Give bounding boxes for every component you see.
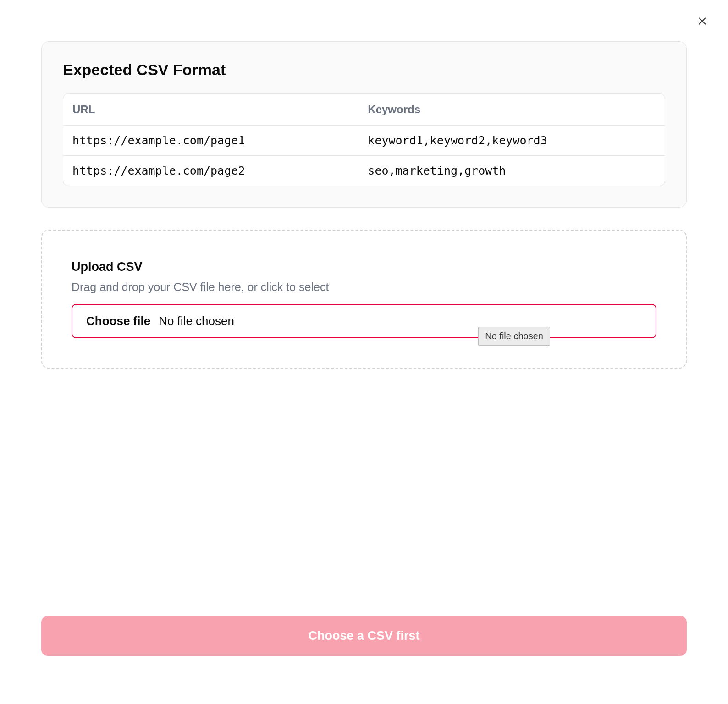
format-title: Expected CSV Format [63, 61, 665, 79]
table-header-keywords: Keywords [358, 94, 665, 126]
table-cell-keywords: keyword1,keyword2,keyword3 [358, 126, 665, 156]
file-input[interactable]: Choose file No file chosen No file chose… [72, 304, 656, 338]
table-cell-keywords: seo,marketing,growth [358, 156, 665, 186]
file-tooltip: No file chosen [478, 327, 550, 346]
table-cell-url: https://example.com/page2 [63, 156, 358, 186]
format-table: URL Keywords https://example.com/page1 k… [63, 94, 665, 186]
close-button[interactable] [695, 15, 710, 29]
table-row: https://example.com/page2 seo,marketing,… [63, 156, 665, 186]
close-icon [697, 16, 708, 28]
no-file-chosen-text: No file chosen [159, 314, 234, 328]
upload-subtitle: Drag and drop your CSV file here, or cli… [72, 280, 656, 294]
table-header-url: URL [63, 94, 358, 126]
submit-button[interactable]: Choose a CSV first [41, 616, 687, 656]
expected-format-card: Expected CSV Format URL Keywords https:/… [41, 41, 687, 208]
upload-title: Upload CSV [72, 260, 656, 274]
choose-file-label: Choose file [86, 314, 150, 328]
table-cell-url: https://example.com/page1 [63, 126, 358, 156]
table-row: https://example.com/page1 keyword1,keywo… [63, 126, 665, 156]
upload-dropzone[interactable]: Upload CSV Drag and drop your CSV file h… [41, 230, 687, 368]
